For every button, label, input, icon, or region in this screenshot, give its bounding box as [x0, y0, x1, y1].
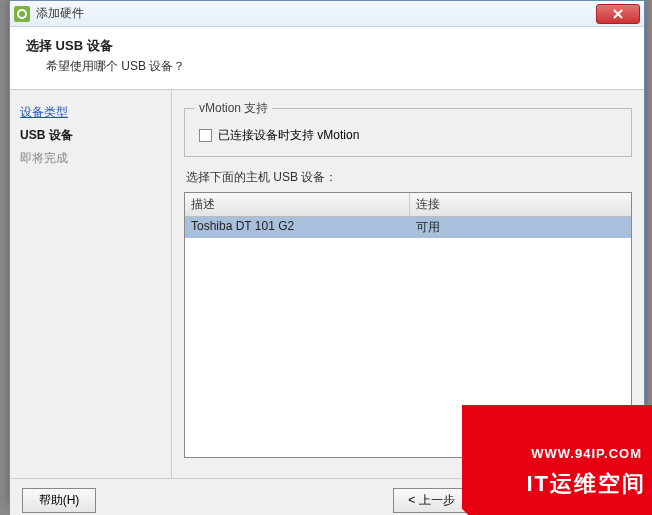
cell-connection: 可用	[410, 217, 631, 238]
vmotion-checkbox-row[interactable]: 已连接设备时支持 vMotion	[195, 125, 621, 146]
wizard-subheading: 希望使用哪个 USB 设备？	[46, 58, 628, 75]
step-device-type[interactable]: 设备类型	[20, 102, 161, 123]
wizard-header: 选择 USB 设备 希望使用哪个 USB 设备？	[10, 27, 644, 90]
vmotion-checkbox-label: 已连接设备时支持 vMotion	[218, 127, 359, 144]
wizard-steps: 设备类型 USB 设备 即将完成	[10, 90, 172, 478]
table-row[interactable]: Toshiba DT 101 G2 可用	[185, 217, 631, 238]
col-connection[interactable]: 连接	[410, 193, 631, 216]
table-header: 描述 连接	[185, 193, 631, 217]
help-button[interactable]: 帮助(H)	[22, 488, 96, 513]
close-button[interactable]	[596, 4, 640, 24]
vmotion-group: vMotion 支持 已连接设备时支持 vMotion	[184, 100, 632, 157]
step-ready-complete: 即将完成	[20, 148, 161, 169]
wizard-body: 设备类型 USB 设备 即将完成 vMotion 支持 已连接设备时支持 vMo…	[10, 90, 644, 478]
usb-device-table: 描述 连接 Toshiba DT 101 G2 可用	[184, 192, 632, 458]
wizard-heading: 选择 USB 设备	[26, 37, 628, 55]
cell-description: Toshiba DT 101 G2	[185, 217, 410, 238]
titlebar[interactable]: 添加硬件	[10, 1, 644, 27]
app-icon	[14, 6, 30, 22]
add-hardware-dialog: 添加硬件 选择 USB 设备 希望使用哪个 USB 设备？ 设备类型 USB 设…	[9, 0, 645, 503]
back-button[interactable]: < 上一步	[393, 488, 469, 513]
vmotion-checkbox[interactable]	[199, 129, 212, 142]
vmotion-legend: vMotion 支持	[195, 100, 272, 117]
cancel-button[interactable]: 取消	[558, 488, 632, 513]
main-panel: vMotion 支持 已连接设备时支持 vMotion 选择下面的主机 USB …	[172, 90, 644, 478]
table-instruction: 选择下面的主机 USB 设备：	[186, 169, 632, 186]
step-usb-device: USB 设备	[20, 125, 161, 146]
close-icon	[613, 9, 623, 19]
next-button[interactable]: 下一步 >	[476, 488, 552, 513]
window-title: 添加硬件	[36, 5, 596, 22]
wizard-footer: 帮助(H) < 上一步 下一步 > 取消	[10, 478, 644, 515]
col-description[interactable]: 描述	[185, 193, 410, 216]
